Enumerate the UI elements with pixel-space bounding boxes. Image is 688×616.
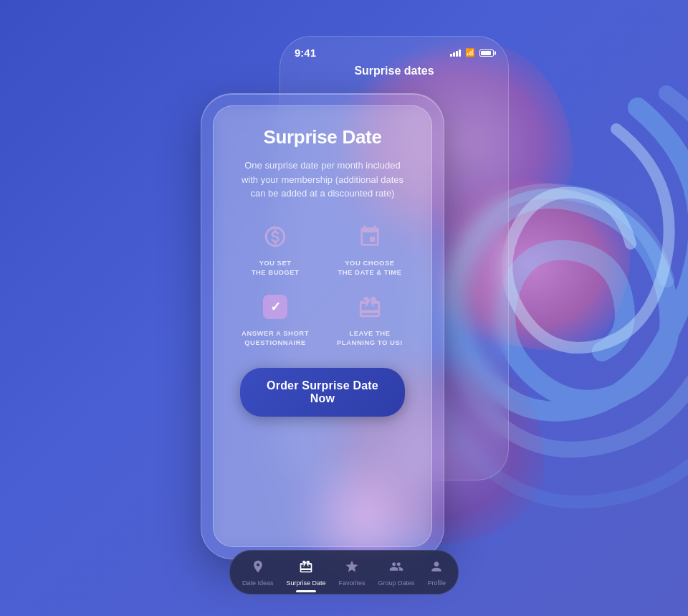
wifi-icon: 📶 (465, 48, 475, 57)
feature-planning: LEAVE THEPLANNING TO US! (331, 291, 408, 348)
tab-surprise-date[interactable]: Surprise Date (280, 558, 331, 588)
tab-bar: Date Ideas Surprise Date Favorites Group… (229, 550, 459, 594)
budget-label: YOU SETTHE BUDGET (252, 258, 300, 278)
surprise-date-icon (299, 559, 313, 577)
phone-back-status-bar: 9:41 📶 (280, 37, 508, 65)
signal-icon (450, 49, 461, 57)
tab-date-ideas[interactable]: Date Ideas (236, 558, 280, 588)
profile-icon (429, 559, 444, 577)
surprise-date-label: Surprise Date (286, 579, 325, 587)
status-time: 9:41 (295, 47, 316, 59)
favorites-label: Favorites (338, 579, 365, 587)
card-title: Surprise Date (263, 126, 381, 148)
status-icons: 📶 (450, 48, 494, 57)
budget-icon (259, 221, 291, 252)
favorites-icon (345, 559, 359, 577)
planning-label: LEAVE THEPLANNING TO US! (337, 328, 403, 348)
phone-front: Surprise Date One surprise date per mont… (201, 93, 444, 559)
feature-grid: YOU SETTHE BUDGET YOU CHOOSETHE DATE & T… (231, 221, 414, 348)
date-ideas-label: Date Ideas (242, 579, 274, 587)
date-ideas-icon (251, 559, 265, 577)
feature-datetime: YOU CHOOSETHE DATE & TIME (331, 221, 408, 278)
datetime-icon (354, 221, 386, 252)
questionnaire-label: ANSWER A SHORTQUESTIONNAIRE (242, 328, 309, 348)
feature-budget: YOU SETTHE BUDGET (236, 221, 314, 278)
order-surprise-date-button[interactable]: Order Surprise Date Now (240, 368, 405, 417)
card-description: One surprise date per month included wit… (236, 158, 408, 201)
datetime-label: YOU CHOOSETHE DATE & TIME (338, 258, 401, 278)
check-mark: ✓ (270, 299, 281, 315)
questionnaire-icon: ✓ (259, 291, 291, 323)
tab-profile[interactable]: Profile (421, 558, 452, 588)
tab-group-dates[interactable]: Group Dates (372, 558, 420, 588)
card-content: Surprise Date One surprise date per mont… (213, 105, 432, 547)
group-dates-icon (389, 559, 403, 577)
feature-questionnaire: ✓ ANSWER A SHORTQUESTIONNAIRE (236, 291, 314, 348)
phone-back-title: Surprise dates (280, 65, 508, 83)
battery-icon (479, 49, 494, 57)
planning-icon (354, 291, 386, 323)
profile-label: Profile (427, 579, 446, 587)
active-tab-indicator (296, 590, 316, 592)
group-dates-label: Group Dates (378, 579, 414, 587)
tab-favorites[interactable]: Favorites (333, 558, 371, 588)
